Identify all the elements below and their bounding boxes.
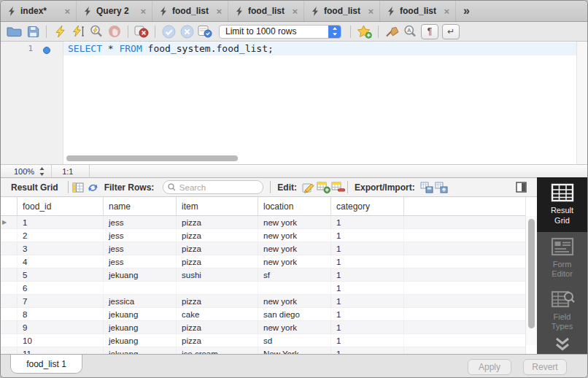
refresh-button[interactable] <box>85 180 100 196</box>
sidebar-item-result-grid[interactable]: Result Grid <box>537 177 587 232</box>
cell-item[interactable]: sushi <box>176 269 258 281</box>
row-selector[interactable] <box>1 321 17 333</box>
cell-extra[interactable] <box>403 347 525 354</box>
cell-category[interactable]: 1 <box>330 334 403 347</box>
sql-text[interactable]: SELECT * FROM food_system.food_list; <box>68 43 274 54</box>
result-set-tab[interactable]: food_list 1 <box>10 355 82 374</box>
cell-category[interactable]: 1 <box>330 216 403 228</box>
header-location[interactable]: location <box>258 197 330 215</box>
cell-name[interactable]: jekuang <box>103 308 176 320</box>
tab-food-list-4[interactable]: food_list × <box>380 1 456 21</box>
cell-name[interactable]: jekuang <box>103 334 176 347</box>
cell-name[interactable]: jekuang <box>103 347 176 354</box>
cell-name[interactable]: jekuang <box>103 269 176 281</box>
cell-food-id[interactable]: 9 <box>17 321 103 333</box>
row-selector[interactable] <box>1 282 17 294</box>
cell-category[interactable]: 1 <box>330 229 403 242</box>
cell-food-id[interactable]: 2 <box>17 229 103 242</box>
header-category[interactable]: category <box>330 197 403 215</box>
cell-category[interactable]: 1 <box>330 347 403 354</box>
tab-index[interactable]: index* × <box>1 1 77 21</box>
toggle-autocommit-button[interactable] <box>198 23 212 39</box>
import-recordset-button[interactable] <box>434 180 449 196</box>
row-selector[interactable] <box>1 255 17 268</box>
cell-category[interactable]: 1 <box>330 242 403 255</box>
cell-name[interactable] <box>103 282 176 294</box>
close-icon[interactable]: × <box>214 6 223 17</box>
cell-food-id[interactable]: 4 <box>17 255 103 268</box>
toggle-stop-on-error-button[interactable] <box>134 23 149 39</box>
table-row[interactable]: 7 jessica pizza new york 1 <box>1 295 525 308</box>
row-selector[interactable] <box>1 242 17 255</box>
cell-name[interactable]: jess <box>103 216 176 228</box>
sql-editor[interactable]: 1 SELECT * FROM food_system.food_list; <box>1 41 587 164</box>
sidebar-collapse-chevron[interactable] <box>537 337 587 354</box>
tab-food-list-1[interactable]: food_list × <box>152 1 228 21</box>
table-row[interactable]: 8 jekuang cake san diego 1 <box>1 308 525 321</box>
cell-item[interactable]: ice cream <box>176 347 258 354</box>
cell-food-id[interactable]: 7 <box>17 295 103 307</box>
cell-location[interactable]: new york <box>258 255 330 268</box>
cell-extra[interactable] <box>403 334 525 347</box>
row-selector[interactable] <box>1 269 17 281</box>
cell-name[interactable]: jekuang <box>103 321 176 333</box>
row-selector[interactable] <box>1 334 17 347</box>
show-invisibles-toggle[interactable]: ¶ <box>421 24 438 39</box>
save-script-button[interactable] <box>26 23 40 39</box>
tab-query-2[interactable]: Query 2 × <box>77 1 152 21</box>
cell-category[interactable]: 1 <box>330 295 403 307</box>
cell-extra[interactable] <box>403 229 525 242</box>
cell-category[interactable]: 1 <box>330 321 403 333</box>
table-row[interactable]: 11 jekuang ice cream New York 1 <box>1 347 525 354</box>
cell-category[interactable]: 1 <box>330 269 403 281</box>
table-row[interactable]: 5 jekuang sushi sf 1 <box>1 269 525 282</box>
header-extra[interactable] <box>403 197 525 215</box>
table-row[interactable]: 3 jess pizza new york 1 <box>1 242 525 255</box>
rollback-button[interactable] <box>179 23 194 39</box>
cell-item[interactable]: pizza <box>176 334 258 347</box>
header-row-selector[interactable] <box>1 197 17 215</box>
cell-location[interactable] <box>258 282 330 294</box>
header-item[interactable]: item <box>176 197 258 215</box>
cell-location[interactable]: new york <box>258 216 330 228</box>
close-icon[interactable]: × <box>139 6 147 17</box>
cell-location[interactable]: new york <box>258 295 330 307</box>
close-icon[interactable]: × <box>290 6 299 17</box>
cell-extra[interactable] <box>403 295 525 307</box>
table-row[interactable]: 2 jess pizza new york 1 <box>1 229 525 242</box>
revert-button[interactable]: Revert <box>523 359 567 375</box>
cell-item[interactable]: pizza <box>176 242 258 255</box>
header-food-id[interactable]: food_id <box>17 197 103 215</box>
grid-scrollbar-thumb[interactable] <box>528 219 535 328</box>
row-limit-dropdown[interactable]: Limit to 1000 rows <box>219 25 341 39</box>
cell-item[interactable]: pizza <box>176 229 258 242</box>
apply-button[interactable]: Apply <box>468 359 511 375</box>
cell-extra[interactable] <box>403 216 525 228</box>
tab-overflow-chevron-icon[interactable]: » <box>456 1 477 21</box>
close-icon[interactable]: × <box>366 6 375 17</box>
cell-item[interactable] <box>176 282 258 294</box>
execute-statements-button[interactable] <box>53 23 67 39</box>
cell-location[interactable]: new york <box>258 242 330 255</box>
execute-current-statement-button[interactable] <box>71 23 85 39</box>
cell-food-id[interactable]: 5 <box>17 269 103 281</box>
tab-food-list-3[interactable]: food_list × <box>304 1 380 21</box>
cell-item[interactable]: pizza <box>176 216 258 228</box>
row-selector[interactable] <box>1 229 17 242</box>
cell-food-id[interactable]: 11 <box>17 347 103 354</box>
row-selector[interactable] <box>1 308 17 320</box>
cell-name[interactable]: jessica <box>103 295 176 307</box>
open-file-button[interactable] <box>7 23 22 39</box>
table-row[interactable]: 6 1 <box>1 282 525 295</box>
cell-extra[interactable] <box>403 242 525 255</box>
table-row[interactable]: ▶ 1 jess pizza new york 1 <box>1 216 525 229</box>
row-selector[interactable]: ▶ <box>1 216 17 228</box>
cell-category[interactable]: 1 <box>330 308 403 320</box>
cell-location[interactable]: new york <box>258 229 330 242</box>
cell-extra[interactable] <box>403 308 525 320</box>
table-row[interactable]: 4 jess pizza new york 1 <box>1 255 525 269</box>
cell-food-id[interactable]: 3 <box>17 242 103 255</box>
filter-search-box[interactable] <box>163 180 263 194</box>
table-row[interactable]: 10 jekuang pizza sd 1 <box>1 334 525 347</box>
explain-plan-button[interactable] <box>89 23 104 39</box>
